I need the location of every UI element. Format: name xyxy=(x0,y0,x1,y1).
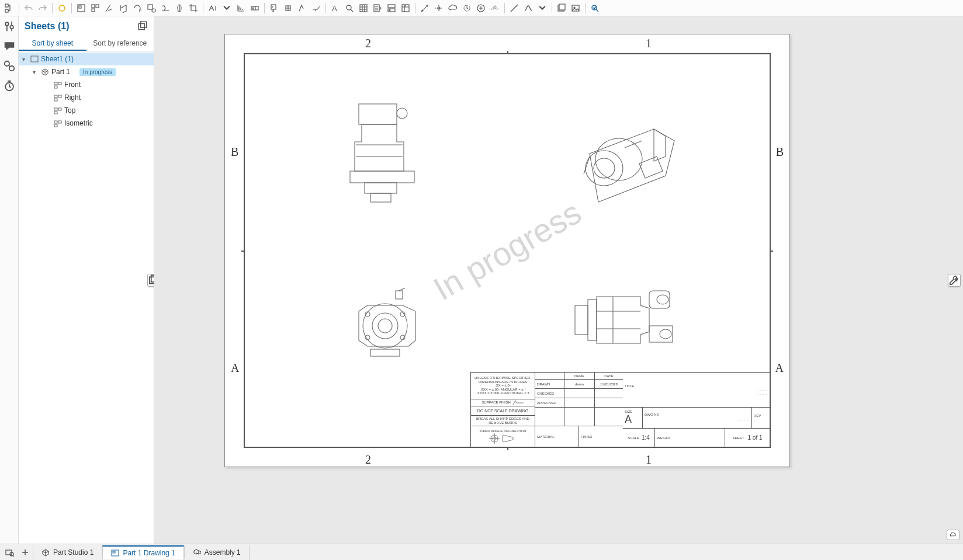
tree-view-top[interactable]: Top xyxy=(19,104,154,117)
view-top[interactable] xyxy=(572,285,683,355)
svg-point-63 xyxy=(594,158,615,178)
svg-point-79 xyxy=(657,295,668,304)
break-view-icon[interactable] xyxy=(158,1,172,15)
drawing-canvas[interactable]: 2 1 2 1 B B A A In progress xyxy=(154,16,963,544)
svg-point-2 xyxy=(59,5,65,11)
chevron-down-icon[interactable]: ▾ xyxy=(33,69,39,75)
insert-view-icon[interactable] xyxy=(74,1,88,15)
svg-rect-45 xyxy=(58,95,61,98)
popout-icon[interactable] xyxy=(137,21,148,32)
drawing-frame: In progress xyxy=(244,53,771,448)
left-rail xyxy=(0,16,19,544)
broken-out-icon[interactable] xyxy=(172,1,186,15)
tree-view-right[interactable]: Right xyxy=(19,91,154,104)
view-icon xyxy=(54,81,62,89)
svg-point-33 xyxy=(5,22,9,26)
svg-rect-55 xyxy=(359,104,397,124)
hole-table-icon[interactable] xyxy=(384,1,399,15)
tree-sheet[interactable]: ▾ Sheet1 (1) xyxy=(19,53,154,65)
projected-view-icon[interactable] xyxy=(88,1,102,15)
configure-icon[interactable] xyxy=(3,20,16,33)
chevron-down-icon[interactable] xyxy=(220,1,234,15)
surface-finish-icon[interactable] xyxy=(295,1,309,15)
tree-part[interactable]: ▾ Part 1 In progress xyxy=(19,65,154,78)
status-badge: In progress xyxy=(79,68,116,76)
search-tabs-icon[interactable] xyxy=(2,545,18,559)
circle-highlight-icon[interactable] xyxy=(55,1,69,15)
revision-table-icon[interactable] xyxy=(399,1,413,15)
svg-rect-48 xyxy=(58,108,61,110)
section-view-icon[interactable] xyxy=(116,1,130,15)
crop-view-icon[interactable] xyxy=(186,1,200,15)
svg-rect-42 xyxy=(58,82,61,85)
note-icon[interactable]: A xyxy=(328,1,342,15)
stopwatch-icon[interactable] xyxy=(3,79,16,92)
detail-view-icon[interactable] xyxy=(144,1,158,15)
dimension-icon[interactable] xyxy=(206,1,220,15)
tools-handle-icon[interactable] xyxy=(948,274,961,287)
svg-point-66 xyxy=(372,313,398,339)
toolbar: A xyxy=(0,0,963,16)
tab-bar: Part Studio 1 Part 1 Drawing 1 Assembly … xyxy=(0,544,963,560)
links-icon[interactable] xyxy=(3,60,16,72)
chevron-down-icon[interactable]: ▾ xyxy=(22,56,28,62)
centermark-icon[interactable] xyxy=(432,1,446,15)
view-right[interactable] xyxy=(350,288,420,358)
revclock-icon[interactable] xyxy=(460,1,474,15)
add-circle-icon[interactable] xyxy=(474,1,488,15)
svg-point-16 xyxy=(347,5,351,10)
add-tab-icon[interactable] xyxy=(18,545,33,559)
undo-icon[interactable] xyxy=(22,1,36,15)
image-icon[interactable] xyxy=(569,1,583,15)
inspect-icon[interactable] xyxy=(588,1,602,15)
tab-assembly[interactable]: Assembly 1 xyxy=(184,545,250,559)
view-front[interactable] xyxy=(344,101,420,206)
tab-part-studio[interactable]: Part Studio 1 xyxy=(33,545,102,559)
svg-rect-46 xyxy=(54,99,57,101)
cloud-sync-icon[interactable] xyxy=(947,530,959,540)
svg-rect-5 xyxy=(92,5,95,8)
datum-icon[interactable] xyxy=(267,1,281,15)
sheets-title: Sheets (1) xyxy=(25,21,69,32)
tree-view-isometric[interactable]: Isometric xyxy=(19,117,154,130)
tab-sort-by-reference[interactable]: Sort by reference xyxy=(86,36,154,51)
line-icon[interactable] xyxy=(507,1,521,15)
weld-symbol-icon[interactable] xyxy=(309,1,323,15)
insert-sheet-icon[interactable] xyxy=(555,1,569,15)
find-icon[interactable] xyxy=(342,1,356,15)
geometric-tol-icon[interactable] xyxy=(248,1,262,15)
svg-rect-4 xyxy=(79,6,81,8)
zone-row-a: A xyxy=(231,361,239,375)
zone-row-a: A xyxy=(775,361,784,375)
svg-rect-40 xyxy=(31,56,38,62)
datum-target-icon[interactable] xyxy=(281,1,295,15)
svg-rect-51 xyxy=(58,121,61,123)
tol-header: UNLESS OTHERWISE SPECIFIED, DIMENSIONS A… xyxy=(473,376,533,384)
drawing-sheet[interactable]: 2 1 2 1 B B A A In progress xyxy=(224,34,790,467)
svg-rect-8 xyxy=(148,5,153,9)
redo-icon[interactable] xyxy=(36,1,50,15)
auxiliary-view-icon[interactable] xyxy=(102,1,116,15)
tab-sort-by-sheet[interactable]: Sort by sheet xyxy=(19,36,86,51)
svg-point-67 xyxy=(378,319,392,333)
tree-view-front[interactable]: Front xyxy=(19,78,154,91)
rotate-view-icon[interactable] xyxy=(130,1,144,15)
bom-icon[interactable] xyxy=(370,1,384,15)
comment-icon[interactable] xyxy=(3,40,16,53)
svg-rect-38 xyxy=(138,24,144,30)
feature-tree-icon[interactable] xyxy=(2,1,16,15)
svg-rect-39 xyxy=(141,22,147,27)
zone-col-2: 2 xyxy=(365,37,371,50)
table-icon[interactable] xyxy=(356,1,370,15)
spline-icon[interactable] xyxy=(521,1,535,15)
virt-sharp-icon[interactable] xyxy=(488,1,502,15)
view-icon xyxy=(54,106,62,114)
chevron-down-icon[interactable] xyxy=(535,1,549,15)
tab-drawing[interactable]: Part 1 Drawing 1 xyxy=(102,545,183,559)
cloud-icon[interactable] xyxy=(446,1,460,15)
svg-rect-76 xyxy=(588,300,597,340)
centerline-icon[interactable] xyxy=(418,1,432,15)
view-isometric[interactable] xyxy=(572,113,689,206)
ordinate-icon[interactable] xyxy=(234,1,248,15)
title-block[interactable]: UNLESS OTHERWISE SPECIFIED, DIMENSIONS A… xyxy=(470,372,770,447)
